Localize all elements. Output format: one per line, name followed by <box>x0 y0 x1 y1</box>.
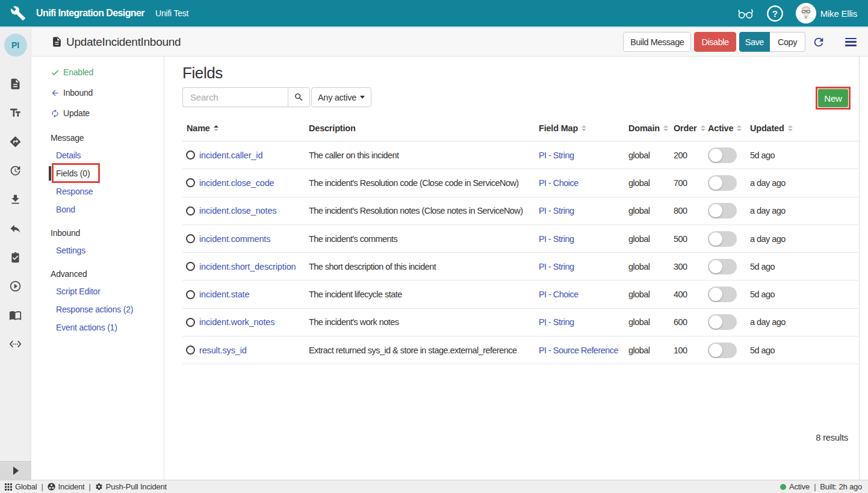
field-name-link[interactable]: incident.state <box>199 290 249 299</box>
sidebar-item-label: Details <box>56 150 81 160</box>
column-header-domain[interactable]: Domain <box>628 123 674 133</box>
sidebar-item-script-editor[interactable]: Script Editor <box>31 282 164 300</box>
field-status-ring-icon[interactable] <box>186 290 195 299</box>
field-status-ring-icon[interactable] <box>186 234 195 243</box>
directions-icon <box>9 135 22 148</box>
disable-button[interactable]: Disable <box>694 32 736 52</box>
active-filter-dropdown[interactable]: Any active <box>311 87 371 107</box>
glasses-icon[interactable] <box>737 6 755 20</box>
rail-icon-list <box>1 69 30 358</box>
rail-document-button[interactable] <box>1 69 30 98</box>
new-button[interactable]: New <box>818 89 848 107</box>
active-toggle[interactable] <box>708 231 737 247</box>
sort-arrows-icon <box>788 125 793 131</box>
rail-text-fields-button[interactable] <box>1 98 30 127</box>
column-header-order[interactable]: Order <box>674 123 708 133</box>
arrow-left-icon <box>51 88 60 98</box>
sidebar-item-label: Script Editor <box>56 287 101 296</box>
column-header-updated[interactable]: Updated <box>750 123 860 133</box>
column-header-name[interactable]: Name <box>182 123 309 133</box>
rail-play-circle-button[interactable] <box>1 271 30 300</box>
field-map-link[interactable]: PI - String <box>539 150 574 160</box>
footer-scope[interactable]: Global <box>5 482 37 491</box>
field-map-link[interactable]: PI - Choice <box>539 178 578 188</box>
field-status-ring-icon[interactable] <box>186 206 195 215</box>
row-active-cell <box>708 175 750 191</box>
sidebar-item-details[interactable]: Details <box>31 146 164 164</box>
sidebar-status-inbound[interactable]: Inbound <box>31 82 164 103</box>
active-toggle[interactable] <box>708 203 737 219</box>
field-map-link[interactable]: PI - Source Reference <box>539 346 618 355</box>
field-map-link[interactable]: PI - String <box>539 234 574 244</box>
sidebar-item-event-actions-1[interactable]: Event actions (1) <box>31 318 164 336</box>
sidebar-item-response[interactable]: Response <box>31 182 164 200</box>
sidebar-item-fields-0[interactable]: Fields (0) <box>31 164 164 182</box>
column-header-field-map[interactable]: Field Map <box>539 123 628 133</box>
field-name-link[interactable]: incident.comments <box>199 234 270 244</box>
rail-clipboard-check-button[interactable] <box>1 243 30 271</box>
field-status-ring-icon[interactable] <box>186 346 195 355</box>
field-map-link[interactable]: PI - String <box>539 317 574 327</box>
field-status-ring-icon[interactable] <box>186 262 195 271</box>
table-header-row: NameDescriptionField MapDomainOrderActiv… <box>182 115 860 141</box>
user-avatar[interactable] <box>796 3 816 23</box>
sidebar-status-update[interactable]: Update <box>31 103 164 123</box>
field-map-link[interactable]: PI - String <box>539 206 574 215</box>
active-toggle[interactable] <box>708 314 737 330</box>
sidebar-status-enabled[interactable]: Enabled <box>31 62 164 82</box>
footer-process[interactable]: Push-Pull Incident <box>95 482 167 491</box>
field-map-link[interactable]: PI - Choice <box>539 290 578 299</box>
active-toggle[interactable] <box>708 287 737 302</box>
search-button[interactable] <box>288 87 310 107</box>
field-name-link[interactable]: incident.close_code <box>199 178 274 188</box>
field-status-ring-icon[interactable] <box>186 318 195 327</box>
save-button[interactable]: Save <box>739 32 770 52</box>
active-toggle[interactable] <box>708 147 737 163</box>
active-toggle[interactable] <box>708 259 737 274</box>
field-status-ring-icon[interactable] <box>186 150 195 160</box>
field-order: 300 <box>674 262 708 271</box>
field-name-link[interactable]: incident.close_notes <box>199 206 276 215</box>
process-avatar[interactable]: PI <box>4 34 27 57</box>
sidebar-item-response-actions-2[interactable]: Response actions (2) <box>31 300 164 318</box>
rail-download-button[interactable] <box>1 185 30 214</box>
expand-sidebar-button[interactable] <box>0 461 31 480</box>
refresh-button[interactable] <box>812 36 825 49</box>
copy-button[interactable]: Copy <box>770 32 805 52</box>
footer-scope-label: Global <box>15 482 37 491</box>
sidebar-item-label: Settings <box>56 246 85 255</box>
rail-reply-button[interactable] <box>1 214 30 243</box>
refresh-icon <box>812 36 825 49</box>
rail-update-clock-button[interactable] <box>1 156 30 185</box>
column-header-active[interactable]: Active <box>708 123 750 133</box>
field-name-link[interactable]: incident.caller_id <box>199 150 262 160</box>
field-name-link[interactable]: incident.work_notes <box>199 317 274 327</box>
table-row: incident.state The incident lifecycle st… <box>182 281 860 308</box>
rail-directions-button[interactable] <box>1 127 30 156</box>
row-icon-cell <box>182 178 199 187</box>
row-active-cell <box>708 287 750 302</box>
sort-arrows-icon <box>663 125 668 131</box>
rail-code-brackets-button[interactable] <box>1 329 30 358</box>
field-map-link[interactable]: PI - String <box>539 262 574 271</box>
rail-book-button[interactable] <box>1 300 30 329</box>
field-description: Extract returned sys_id & store in stage… <box>309 346 539 355</box>
hamburger-menu-button[interactable] <box>845 38 857 46</box>
field-name-link[interactable]: result.sys_id <box>199 346 247 355</box>
sidebar-item-bond[interactable]: Bond <box>31 200 164 219</box>
help-icon[interactable]: ? <box>767 5 783 22</box>
user-name[interactable]: Mike Ellis <box>820 8 857 19</box>
active-toggle[interactable] <box>708 175 737 191</box>
footer-application[interactable]: Incident <box>48 482 85 491</box>
footer-right: Active | Built: 2h ago <box>780 482 868 491</box>
field-status-ring-icon[interactable] <box>186 178 195 187</box>
column-header-description[interactable]: Description <box>309 123 539 133</box>
field-domain: global <box>628 317 674 327</box>
build-message-button[interactable]: Build Message <box>623 32 691 52</box>
search-input[interactable] <box>182 87 288 107</box>
row-fieldmap-cell: PI - String <box>539 317 628 327</box>
sidebar-item-settings[interactable]: Settings <box>31 241 164 259</box>
active-toggle[interactable] <box>708 343 737 358</box>
field-name-link[interactable]: incident.short_description <box>199 262 296 271</box>
field-updated: a day ago <box>750 317 860 327</box>
